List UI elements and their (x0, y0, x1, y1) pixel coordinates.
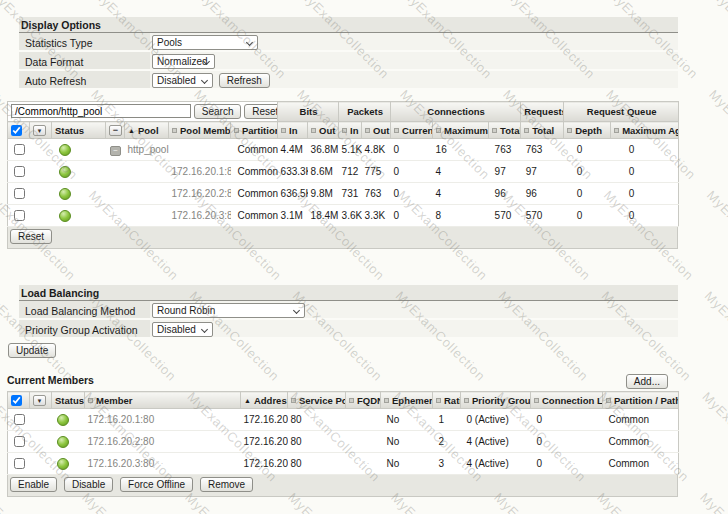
fqdn-cell (346, 409, 381, 431)
tree-toggle-cell[interactable]: − (106, 139, 125, 161)
address-column-header[interactable]: ▲Address (241, 392, 288, 409)
current-column-header[interactable]: Current (391, 122, 433, 139)
member-link[interactable]: 172.16.20.2:80 (172, 188, 231, 199)
auto-refresh-label: Auto Refresh (19, 71, 150, 90)
fqdn-column-header[interactable]: FQDN (346, 392, 381, 409)
maximum-age-column-header[interactable]: Maximum Age (611, 122, 679, 139)
collapse-column-header[interactable]: − (106, 122, 125, 139)
pool-name-cell (125, 205, 169, 227)
partition-column-header[interactable]: Partition / Path (603, 392, 679, 409)
bits-out-column-header[interactable]: Out (308, 122, 339, 139)
member-cell[interactable]: 172.16.20.3:80 (169, 205, 231, 227)
member-cell[interactable]: 172.16.20.1:80 (85, 409, 241, 431)
select-all-header[interactable] (8, 122, 30, 139)
lb-method-select[interactable]: Round Robin (152, 303, 305, 318)
update-button[interactable]: Update (8, 343, 56, 358)
pool-search-input[interactable] (11, 104, 191, 118)
maximum-label: Maximum (444, 125, 488, 136)
disable-button[interactable]: Disable (64, 477, 113, 492)
pool-name-cell (125, 183, 169, 205)
partition-cell: Common (603, 409, 679, 431)
conn-total-column-header[interactable]: Total (489, 122, 521, 139)
row-checkbox-cell (8, 453, 30, 475)
member-column-header[interactable]: Member (85, 392, 241, 409)
member-cell[interactable]: 172.16.20.2:80 (85, 431, 241, 453)
bits-in-column-header[interactable]: In (278, 122, 308, 139)
member-link[interactable]: 172.16.20.2:80 (88, 436, 155, 447)
row-checkbox[interactable] (14, 458, 25, 469)
collapse-icon: − (109, 125, 122, 136)
group-header-row: Search Reset Search Bits Packets Connect… (8, 102, 679, 122)
member-link[interactable]: 172.16.20.3:80 (88, 458, 155, 469)
packets-out-cell: 775 (362, 161, 391, 183)
row-checkbox[interactable] (14, 210, 25, 221)
refresh-button[interactable]: Refresh (219, 73, 270, 88)
lb-method-selected: Round Robin (157, 305, 215, 316)
auto-refresh-select[interactable]: Disabled (152, 73, 213, 88)
select-all-checkbox[interactable] (11, 125, 22, 136)
column-header-row: ▼ Status − ▲Pool Pool Member Partition /… (8, 122, 679, 139)
row-checkbox[interactable] (14, 188, 25, 199)
pool-member-column-header[interactable]: Pool Member (169, 122, 231, 139)
pool-link[interactable]: http_pool (128, 144, 169, 155)
select-menu-header[interactable]: ▼ (30, 392, 52, 409)
search-button[interactable]: Search (194, 104, 242, 119)
pool-name-cell (125, 161, 169, 183)
status-column-header[interactable]: Status (52, 392, 85, 409)
pool-name-cell[interactable]: http_pool (125, 139, 169, 161)
service-port-column-header[interactable]: Service Port (288, 392, 346, 409)
requests-total-column-header[interactable]: Total (521, 122, 564, 139)
current-cell: 0 (391, 139, 433, 161)
ephemeral-column-header[interactable]: Ephemeral (381, 392, 433, 409)
member-cell[interactable]: 172.16.20.1:80 (169, 161, 231, 183)
ratio-column-header[interactable]: Ratio (433, 392, 461, 409)
data-format-select[interactable]: Normalized (152, 54, 215, 69)
member-link[interactable]: 172.16.20.1:80 (172, 166, 231, 177)
member-cell[interactable]: 172.16.20.2:80 (169, 183, 231, 205)
spacer-cell (30, 183, 52, 205)
statistics-type-select[interactable]: Pools (152, 35, 258, 50)
maximum-column-header[interactable]: Maximum (433, 122, 489, 139)
force-offline-button[interactable]: Force Offline (120, 477, 193, 492)
member-cell[interactable]: 172.16.20.3:80 (85, 453, 241, 475)
add-member-button[interactable]: Add... (626, 374, 668, 389)
reset-search-button[interactable]: Reset Search (244, 104, 277, 119)
member-link[interactable]: 172.16.20.3:80 (172, 210, 231, 221)
spacer-cell (30, 205, 52, 227)
row-checkbox[interactable] (14, 436, 25, 447)
enable-button[interactable]: Enable (10, 477, 57, 492)
row-checkbox[interactable] (14, 166, 25, 177)
packets-out-column-header[interactable]: Out (362, 122, 391, 139)
priority-group-column-header[interactable]: Priority Group (461, 392, 531, 409)
select-all-checkbox[interactable] (11, 395, 22, 406)
address-cell: 172.16.20.2 (241, 431, 288, 453)
pool-column-header[interactable]: ▲Pool (125, 122, 169, 139)
ephemeral-cell: No (381, 431, 433, 453)
status-cell (52, 205, 106, 227)
requests-total-label: Total (532, 125, 554, 136)
sort-icon (524, 128, 529, 133)
row-checkbox[interactable] (14, 414, 25, 425)
depth-column-header[interactable]: Depth (564, 122, 611, 139)
pga-select[interactable]: Disabled (152, 322, 213, 337)
sort-icon (394, 128, 399, 133)
current-members-header: Current Members Add... (7, 374, 678, 389)
packets-in-cell: 712 (339, 161, 362, 183)
reset-button[interactable]: Reset (10, 229, 52, 244)
chevron-down-icon (293, 307, 300, 314)
current-label: Current (402, 125, 433, 136)
statistics-type-label: Statistics Type (19, 33, 150, 52)
partition-column-header[interactable]: Partition / Path (231, 122, 278, 139)
select-menu-header[interactable]: ▼ (30, 122, 52, 139)
packets-in-column-header[interactable]: In (339, 122, 362, 139)
member-link[interactable]: 172.16.20.1:80 (88, 414, 155, 425)
remove-button[interactable]: Remove (200, 477, 253, 492)
row-checkbox[interactable] (14, 144, 25, 155)
sort-icon (281, 128, 286, 133)
chevron-down-icon (201, 77, 208, 84)
status-column-header[interactable]: Status (52, 122, 106, 139)
select-all-header[interactable] (8, 392, 30, 409)
lb-method-label: Load Balancing Method (19, 301, 150, 320)
sort-icon (614, 128, 619, 133)
connection-limit-column-header[interactable]: Connection Limit (531, 392, 603, 409)
